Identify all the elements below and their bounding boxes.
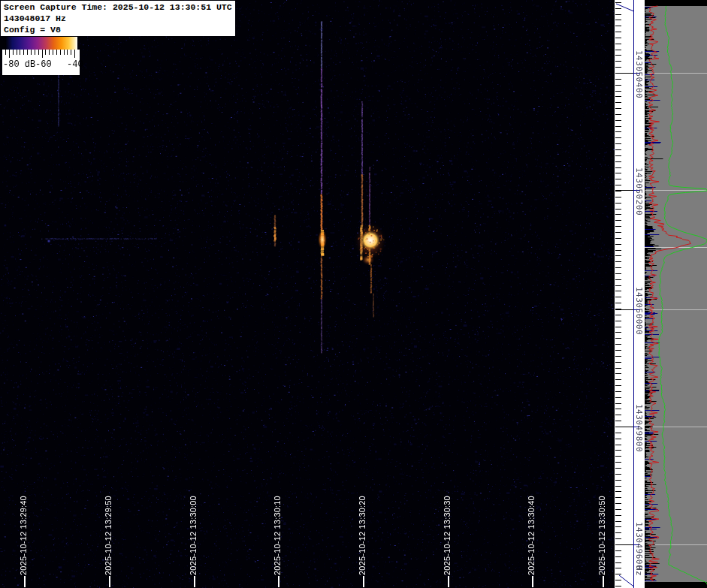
time-axis-tick	[109, 576, 110, 587]
colorbar-major-tick	[9, 50, 10, 58]
time-axis-label: 2025-10-12 13:30:40	[527, 496, 536, 575]
time-axis-label: 2025-10-12 13:30:30	[443, 496, 452, 575]
time-axis-tick	[24, 576, 26, 587]
colorbar-label-mid: -60	[35, 59, 52, 70]
colorbar-label-max: -40	[67, 59, 83, 70]
time-axis-label: 2025-10-12 13:30:20	[358, 496, 367, 575]
spectrogram-app-window: Screen Capture Time: 2025-10-12 13:30:51…	[0, 0, 707, 588]
freq-axis-unit-label: Hz	[634, 565, 644, 576]
config-line: Config = V8	[4, 24, 232, 35]
time-axis-label: 2025-10-12 13:29:40	[19, 496, 29, 575]
capture-time-line: Screen Capture Time: 2025-10-12 13:30:51…	[4, 2, 232, 13]
frequency-ruler-and-spectrum-panel	[615, 0, 707, 588]
time-axis-label: 2025-10-12 13:29:50	[104, 496, 113, 575]
time-axis-tick	[363, 576, 364, 587]
time-axis-tick	[278, 576, 279, 587]
waterfall-spectrogram	[0, 0, 615, 588]
freq-axis-label: 143050200	[634, 167, 644, 216]
time-axis-tick	[448, 576, 449, 587]
time-axis-label: 2025-10-12 13:30:10	[273, 496, 282, 575]
capture-info-box: Screen Capture Time: 2025-10-12 13:30:51…	[1, 1, 235, 36]
freq-axis-label: 143049600	[634, 522, 644, 570]
freq-axis-label: 143049800	[634, 404, 644, 452]
colorbar-major-tick	[42, 50, 43, 58]
frequency-line: 143048017 Hz	[4, 13, 232, 24]
time-axis-tick	[194, 576, 195, 587]
freq-axis-label: 143050400	[634, 50, 644, 98]
freq-axis-label: 143050000	[634, 287, 644, 335]
time-axis-tick	[532, 576, 533, 587]
colorbar-scale: -80 dB -60 -40	[2, 50, 80, 75]
colorbar-major-tick	[74, 50, 75, 58]
time-axis-label: 2025-10-12 13:30:00	[189, 496, 198, 575]
colorbar-legend: -80 dB -60 -40	[2, 37, 80, 75]
colorbar-gradient	[5, 37, 77, 50]
time-axis-label: 2025-10-12 13:30:50	[597, 496, 607, 575]
colorbar-label-min: -80 dB	[3, 59, 35, 70]
time-axis-tick	[603, 576, 604, 587]
